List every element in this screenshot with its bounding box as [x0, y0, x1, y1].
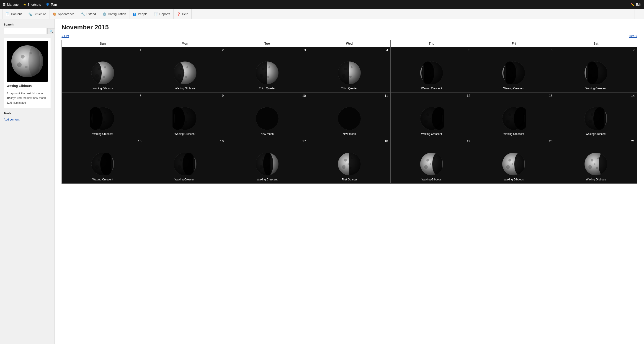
days-full: 4 days until the next full moon — [6, 91, 48, 96]
moon-phase-label: Waxing Crescent — [92, 178, 113, 181]
cal-day-number: 13 — [549, 94, 552, 98]
cal-cell-day-14[interactable]: 14Waxing Crescent — [555, 92, 637, 138]
moon-phase-label: Waning Crescent — [92, 132, 113, 136]
sidebar-toggle[interactable]: ⊣ — [634, 9, 642, 19]
menu-content[interactable]: 📄 Content — [2, 9, 25, 19]
search-box: 🔍 — [4, 28, 51, 34]
main-layout: Search 🔍 — [0, 19, 644, 344]
add-content-link[interactable]: Add content — [4, 118, 19, 121]
svg-point-153 — [263, 153, 273, 176]
moon-svg-day-11 — [337, 106, 362, 131]
svg-point-168 — [430, 163, 431, 165]
hamburger-icon: ☰ — [3, 3, 6, 6]
svg-point-144 — [182, 153, 195, 176]
cal-day-number: 8 — [140, 94, 142, 98]
search-title: Search — [4, 23, 51, 26]
svg-point-174 — [506, 165, 510, 169]
illuminated-em: 81% — [6, 101, 12, 104]
search-input[interactable] — [4, 28, 46, 34]
svg-point-126 — [594, 107, 606, 130]
cal-cell-day-12[interactable]: 12Waxing Crescent — [390, 92, 473, 138]
cal-cell-day-16[interactable]: 16Waxing Crescent — [144, 138, 226, 184]
svg-point-6 — [25, 66, 28, 68]
moon-phase-label: Waning Gibbous — [175, 87, 195, 90]
cal-cell-day-10[interactable]: 10New Moon — [226, 92, 308, 138]
shortcuts-menu[interactable]: ★ Shortcuts — [23, 3, 41, 6]
cal-cell-day-19[interactable]: 19Waxing Gibbous — [390, 138, 473, 184]
menu-appearance[interactable]: 🎨 Appearance — [50, 9, 78, 19]
content-icon: 📄 — [6, 12, 10, 16]
cal-cell-day-1[interactable]: 1Waning Gibbous — [62, 47, 144, 92]
star-icon: ★ — [23, 3, 26, 6]
cal-cell-day-21[interactable]: 21Waxing Gibbous — [555, 138, 637, 184]
shortcuts-label: Shortcuts — [28, 3, 41, 6]
search-button[interactable]: 🔍 — [48, 28, 56, 34]
top-bar: ☰ Manage ★ Shortcuts 👤 Tom ✏️ Edit — [0, 0, 644, 9]
cal-cell-day-20[interactable]: 20Waxing Gibbous — [473, 138, 555, 184]
menu-people[interactable]: 👥 People — [130, 9, 151, 19]
extend-icon: 🔧 — [81, 12, 85, 16]
svg-point-166 — [424, 165, 428, 169]
cal-day-number: 11 — [384, 94, 388, 98]
cal-day-number: 15 — [138, 140, 142, 143]
days-new: 19 days until the next new moon — [6, 96, 48, 100]
cal-cell-day-5[interactable]: 5Waning Crescent — [390, 47, 473, 92]
moon-phase-label: Waxing Gibbous — [586, 178, 606, 181]
moon-phase-label: Waxing Crescent — [586, 132, 606, 136]
moon-svg-day-14 — [584, 106, 608, 131]
moon-svg-day-15 — [90, 152, 115, 176]
cal-day-number: 9 — [222, 94, 224, 98]
cal-cell-day-2[interactable]: 2Waning Gibbous — [144, 47, 226, 92]
moon-svg-day-18 — [337, 152, 362, 176]
moon-phase-label: Third Quarter — [341, 87, 357, 90]
cal-cell-day-8[interactable]: 8Waning Crescent — [62, 92, 144, 138]
menu-reports[interactable]: 📊 Reports — [151, 9, 174, 19]
svg-point-22 — [172, 62, 184, 84]
cal-cell-day-7[interactable]: 7Waning Crescent — [555, 47, 637, 92]
user-icon: 👤 — [46, 3, 50, 6]
moon-svg-day-17 — [254, 152, 280, 176]
svg-point-182 — [588, 165, 592, 169]
next-month-link[interactable]: Dec » — [629, 34, 637, 38]
tools-title: Tools — [4, 112, 51, 116]
moon-svg-day-7 — [584, 60, 608, 86]
moon-phase-label: First Quarter — [342, 178, 357, 181]
manage-label: Manage — [7, 3, 19, 6]
menu-structure[interactable]: 🔩 Structure — [25, 9, 50, 19]
prev-month-link[interactable]: « Oct — [62, 34, 69, 38]
moon-phase-label: Waning Crescent — [174, 132, 196, 136]
moon-svg-day-3 — [254, 60, 280, 86]
cal-cell-day-13[interactable]: 13Waxing Crescent — [473, 92, 555, 138]
cal-header-sun: Sun — [62, 40, 144, 47]
menu-extend[interactable]: 🔧 Extend — [78, 9, 99, 19]
cal-cell-day-4[interactable]: 4Third Quarter — [308, 47, 390, 92]
user-menu[interactable]: 👤 Tom — [46, 3, 57, 6]
moon-svg-day-2 — [172, 60, 198, 86]
cal-cell-day-15[interactable]: 15Waxing Crescent — [62, 138, 144, 184]
cal-cell-day-11[interactable]: 11New Moon — [308, 92, 390, 138]
menu-reports-label: Reports — [159, 12, 170, 16]
calendar-grid: SunMonTueWedThuFriSat1Waning Gibbous2Wan… — [62, 40, 637, 184]
moon-phase-label: Waxing Crescent — [174, 178, 195, 181]
manage-menu[interactable]: ☰ Manage — [3, 3, 19, 6]
cal-cell-day-17[interactable]: 17Waxing Crescent — [226, 138, 308, 184]
moon-svg-day-8 — [90, 106, 115, 131]
cal-cell-day-6[interactable]: 6Waning Crescent — [473, 47, 555, 92]
menu-configuration[interactable]: ⚙️ Configuration — [99, 9, 130, 19]
svg-rect-38 — [337, 60, 349, 86]
menu-help-label: Help — [182, 12, 188, 16]
svg-point-164 — [426, 159, 429, 162]
cal-day-number: 16 — [220, 140, 224, 143]
edit-button[interactable]: ✏️ Edit — [630, 3, 641, 6]
page-title: November 2015 — [62, 24, 637, 31]
svg-point-26 — [268, 66, 270, 68]
menu-help[interactable]: ❓ Help — [174, 9, 192, 19]
pencil-icon: ✏️ — [630, 3, 634, 6]
moon-svg-day-10 — [254, 106, 280, 131]
moon-svg-day-1 — [90, 60, 115, 86]
cal-cell-day-18[interactable]: 18First Quarter — [308, 138, 390, 184]
moon-phase-label: Third Quarter — [259, 87, 275, 90]
cal-cell-day-9[interactable]: 9Waning Crescent — [144, 92, 226, 138]
cal-cell-day-3[interactable]: 3Third Quarter — [226, 47, 308, 92]
menu-structure-label: Structure — [34, 12, 46, 16]
